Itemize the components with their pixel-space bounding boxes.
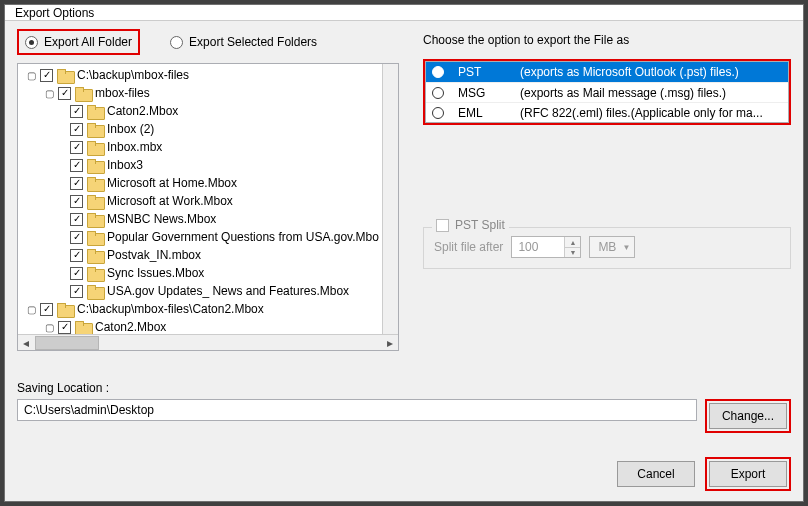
tree-label: Inbox3 (107, 158, 143, 172)
horizontal-scrollbar[interactable]: ◂ ▸ (18, 334, 398, 350)
right-column: Choose the option to export the File as … (423, 29, 791, 269)
tree-checkbox[interactable]: ✓ (40, 69, 53, 82)
tree-checkbox[interactable]: ✓ (70, 141, 83, 154)
collapse-icon[interactable]: ▢ (44, 322, 54, 333)
folder-tree: ▢ ✓ C:\backup\mbox-files ▢ ✓ mbox-files … (17, 63, 399, 351)
format-option-pst[interactable]: PST (exports as Microsoft Outlook (.pst)… (426, 62, 788, 82)
tree-node[interactable]: ✓Postvak_IN.mbox (22, 246, 382, 264)
split-size-spinner[interactable]: 100 ▲ ▼ (511, 236, 581, 258)
tree-checkbox[interactable]: ✓ (70, 231, 83, 244)
tree-checkbox[interactable]: ✓ (58, 321, 71, 334)
tree-label: Microsoft at Work.Mbox (107, 194, 233, 208)
tree-node[interactable]: ▢ ✓ mbox-files (22, 84, 382, 102)
export-all-label: Export All Folder (44, 35, 132, 49)
vertical-scrollbar[interactable] (382, 64, 398, 334)
tree-label: Inbox (2) (107, 122, 154, 136)
format-option-msg[interactable]: MSG (exports as Mail message (.msg) file… (426, 82, 788, 102)
pst-split-checkbox[interactable] (436, 219, 449, 232)
tree-checkbox[interactable]: ✓ (70, 105, 83, 118)
collapse-icon[interactable]: ▢ (26, 70, 36, 81)
scroll-thumb[interactable] (35, 336, 99, 350)
tree-node[interactable]: ✓Sync Issues.Mbox (22, 264, 382, 282)
format-section-title: Choose the option to export the File as (423, 33, 791, 47)
tree-checkbox[interactable]: ✓ (70, 123, 83, 136)
tree-node[interactable]: ✓Microsoft at Work.Mbox (22, 192, 382, 210)
folder-icon (87, 285, 103, 298)
tree-checkbox[interactable]: ✓ (70, 213, 83, 226)
folder-tree-viewport[interactable]: ▢ ✓ C:\backup\mbox-files ▢ ✓ mbox-files … (18, 64, 382, 334)
tree-label: Caton2.Mbox (95, 320, 166, 334)
tree-checkbox[interactable]: ✓ (70, 267, 83, 280)
tree-node[interactable]: ✓Inbox3 (22, 156, 382, 174)
cancel-button[interactable]: Cancel (617, 461, 695, 487)
tree-label: C:\backup\mbox-files (77, 68, 189, 82)
radio-icon (432, 107, 444, 119)
radio-icon (432, 87, 444, 99)
tree-node[interactable]: ✓Microsoft at Home.Mbox (22, 174, 382, 192)
split-after-label: Split file after (434, 240, 503, 254)
folder-icon (87, 177, 103, 190)
tree-node[interactable]: ✓Inbox (2) (22, 120, 382, 138)
folder-icon (57, 69, 73, 82)
tree-label: MSNBC News.Mbox (107, 212, 216, 226)
folder-icon (87, 231, 103, 244)
tree-checkbox[interactable]: ✓ (70, 159, 83, 172)
folder-icon (87, 195, 103, 208)
format-desc: (exports as Mail message (.msg) files.) (520, 86, 726, 100)
pst-split-legend-text: PST Split (455, 218, 505, 232)
export-selected-radio[interactable]: Export Selected Folders (164, 31, 323, 53)
export-selected-label: Export Selected Folders (189, 35, 317, 49)
tree-label: USA.gov Updates_ News and Features.Mbox (107, 284, 349, 298)
format-list: PST (exports as Microsoft Outlook (.pst)… (425, 61, 789, 123)
folder-icon (87, 141, 103, 154)
export-button[interactable]: Export (709, 461, 787, 487)
saving-location-row: C:\Users\admin\Desktop Change... (17, 399, 791, 433)
change-button-highlight: Change... (705, 399, 791, 433)
tree-node[interactable]: ✓USA.gov Updates_ News and Features.Mbox (22, 282, 382, 300)
tree-label: Sync Issues.Mbox (107, 266, 204, 280)
folder-icon (87, 267, 103, 280)
tree-node-root[interactable]: ▢ ✓ C:\backup\mbox-files\Caton2.Mbox (22, 300, 382, 318)
top-row: Export All Folder Export Selected Folder… (17, 29, 791, 359)
scroll-right-icon[interactable]: ▸ (382, 335, 398, 351)
tree-node[interactable]: ▢ ✓ Caton2.Mbox (22, 318, 382, 334)
split-unit-combo[interactable]: MB ▼ (589, 236, 635, 258)
folder-icon (87, 105, 103, 118)
format-name: EML (458, 106, 506, 120)
split-unit-value: MB (598, 240, 616, 254)
spinner-up-icon[interactable]: ▲ (564, 237, 580, 247)
tree-label: mbox-files (95, 86, 150, 100)
saving-path-input[interactable]: C:\Users\admin\Desktop (17, 399, 697, 421)
scroll-left-icon[interactable]: ◂ (18, 335, 34, 351)
tree-label: Microsoft at Home.Mbox (107, 176, 237, 190)
tree-checkbox[interactable]: ✓ (70, 285, 83, 298)
tree-checkbox[interactable]: ✓ (58, 87, 71, 100)
collapse-icon[interactable]: ▢ (44, 88, 54, 99)
tree-label: Inbox.mbx (107, 140, 162, 154)
tree-checkbox[interactable]: ✓ (40, 303, 53, 316)
change-button[interactable]: Change... (709, 403, 787, 429)
mode-radio-row: Export All Folder Export Selected Folder… (17, 29, 399, 55)
tree-checkbox[interactable]: ✓ (70, 177, 83, 190)
format-option-eml[interactable]: EML (RFC 822(.eml) files.(Applicable onl… (426, 102, 788, 122)
export-options-dialog: Export Options Export All Folder Export … (4, 4, 804, 502)
pst-split-legend: PST Split (432, 218, 509, 232)
folder-icon (57, 303, 73, 316)
tree-label: Caton2.Mbox (107, 104, 178, 118)
tree-node[interactable]: ✓Caton2.Mbox (22, 102, 382, 120)
export-button-highlight: Export (705, 457, 791, 491)
spinner-down-icon[interactable]: ▼ (564, 247, 580, 257)
export-all-radio[interactable]: Export All Folder (17, 29, 140, 55)
tree-node-root[interactable]: ▢ ✓ C:\backup\mbox-files (22, 66, 382, 84)
saving-location-label: Saving Location : (17, 381, 791, 395)
tree-checkbox[interactable]: ✓ (70, 195, 83, 208)
tree-node[interactable]: ✓MSNBC News.Mbox (22, 210, 382, 228)
left-column: Export All Folder Export Selected Folder… (17, 29, 399, 351)
tree-checkbox[interactable]: ✓ (70, 249, 83, 262)
tree-node[interactable]: ✓Popular Government Questions from USA.g… (22, 228, 382, 246)
tree-node[interactable]: ✓Inbox.mbx (22, 138, 382, 156)
collapse-icon[interactable]: ▢ (26, 304, 36, 315)
pst-split-group: PST Split Split file after 100 ▲ ▼ MB (423, 227, 791, 269)
format-name: MSG (458, 86, 506, 100)
chevron-down-icon: ▼ (622, 243, 630, 252)
